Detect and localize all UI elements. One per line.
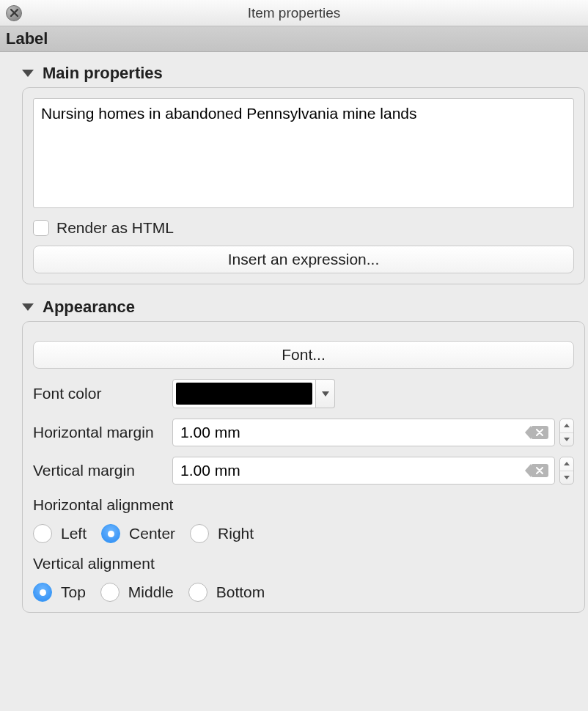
stepper-down[interactable]	[560, 471, 573, 485]
window-title: Item properties	[0, 5, 588, 21]
disclosure-triangle-icon	[22, 70, 34, 77]
vertical-margin-label: Vertical margin	[33, 462, 172, 479]
font-button[interactable]: Font...	[33, 341, 574, 369]
vertical-margin-row: Vertical margin	[33, 457, 574, 485]
horizontal-alignment-label: Horizontal alignment	[33, 496, 574, 514]
section-toggle-main-properties[interactable]: Main properties	[22, 64, 585, 83]
horizontal-margin-input-wrap	[172, 419, 555, 446]
halign-right-label: Right	[218, 525, 254, 542]
disclosure-triangle-icon	[22, 303, 34, 311]
clear-input-button[interactable]	[531, 464, 548, 477]
stepper-up[interactable]	[560, 419, 573, 433]
close-button[interactable]	[6, 5, 22, 21]
vertical-margin-input-wrap	[172, 457, 555, 485]
label-text-input[interactable]	[33, 98, 574, 208]
tab-label-text: Label	[6, 29, 48, 48]
font-button-label: Font...	[282, 346, 326, 364]
valign-middle-radio[interactable]	[100, 583, 120, 602]
vertical-margin-stepper[interactable]	[559, 457, 574, 485]
vertical-margin-input[interactable]	[173, 462, 554, 479]
main-properties-group: Render as HTML Insert an expression...	[22, 87, 585, 284]
render-html-row: Render as HTML	[33, 219, 574, 237]
horizontal-margin-input[interactable]	[173, 424, 554, 441]
title-bar: Item properties	[0, 0, 588, 26]
horizontal-margin-label: Horizontal margin	[33, 424, 172, 441]
chevron-up-icon	[564, 424, 570, 427]
valign-middle-label: Middle	[128, 583, 174, 601]
horizontal-margin-row: Horizontal margin	[33, 419, 574, 446]
section-title-appearance: Appearance	[43, 298, 135, 317]
section-toggle-appearance[interactable]: Appearance	[22, 298, 585, 317]
color-swatch[interactable]	[172, 379, 316, 408]
valign-bottom-radio[interactable]	[188, 583, 207, 602]
chevron-up-icon	[564, 462, 570, 465]
vertical-alignment-label: Vertical alignment	[33, 555, 574, 572]
halign-left-label: Left	[61, 525, 87, 542]
clear-icon	[536, 429, 543, 436]
font-color-picker[interactable]	[172, 379, 335, 408]
insert-expression-button[interactable]: Insert an expression...	[33, 246, 574, 273]
valign-top-label: Top	[61, 583, 86, 601]
tab-label[interactable]: Label	[0, 26, 588, 52]
valign-top-radio[interactable]	[33, 583, 52, 602]
chevron-down-icon	[564, 438, 570, 441]
clear-input-button[interactable]	[531, 426, 548, 439]
render-html-checkbox[interactable]	[33, 220, 49, 236]
halign-center-radio[interactable]	[101, 524, 120, 543]
horizontal-margin-stepper[interactable]	[559, 419, 574, 446]
halign-center-label: Center	[129, 525, 175, 542]
insert-expression-label: Insert an expression...	[228, 251, 380, 268]
clear-icon	[536, 467, 543, 474]
content-area: Main properties Render as HTML Insert an…	[0, 52, 588, 632]
font-color-row: Font color	[33, 379, 574, 408]
chevron-down-icon	[564, 476, 570, 479]
valign-bottom-label: Bottom	[216, 583, 265, 601]
font-color-label: Font color	[33, 385, 172, 402]
render-html-label: Render as HTML	[56, 219, 174, 237]
close-icon	[10, 9, 18, 17]
vertical-alignment-group: Top Middle Bottom	[33, 583, 574, 602]
section-title-main: Main properties	[43, 64, 163, 83]
chevron-down-icon	[322, 391, 329, 397]
stepper-up[interactable]	[560, 457, 573, 471]
stepper-down[interactable]	[560, 433, 573, 446]
color-swatch-value	[176, 383, 312, 405]
horizontal-alignment-group: Left Center Right	[33, 524, 574, 543]
halign-left-radio[interactable]	[33, 524, 52, 543]
appearance-group: Font... Font color Horizontal margin	[22, 321, 585, 613]
color-dropdown-button[interactable]	[316, 379, 335, 408]
halign-right-radio[interactable]	[190, 524, 209, 543]
